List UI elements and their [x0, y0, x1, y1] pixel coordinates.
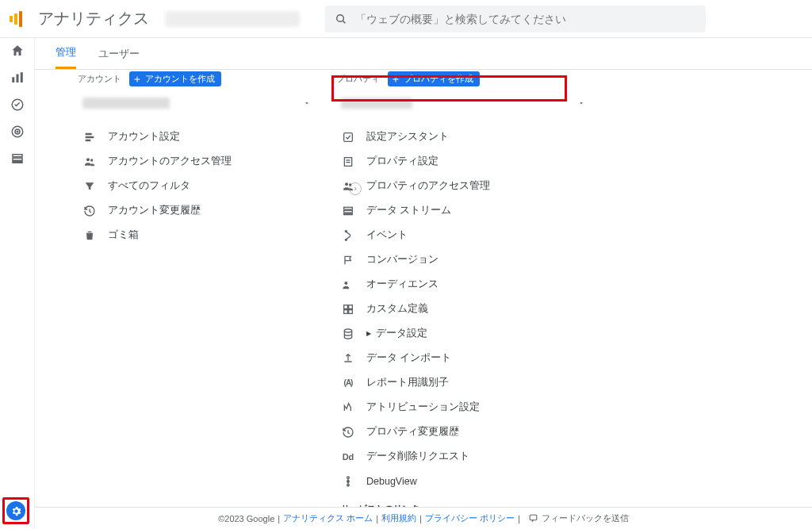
property-access[interactable]: プロパティのアクセス管理 [336, 174, 590, 198]
svg-point-33 [347, 480, 350, 482]
svg-point-23 [345, 230, 347, 232]
svg-point-25 [344, 282, 347, 285]
admin-tabs: 管理 ユーザー [35, 38, 812, 70]
feedback-icon [528, 513, 538, 523]
admin-content: アカウント アカウントを作成 アカウント設定 アカウントのアクセス管理 すべての… [35, 70, 812, 507]
svg-point-12 [86, 158, 90, 161]
audiences[interactable]: オーディエンス [336, 272, 590, 297]
analytics-logo [10, 11, 22, 27]
admin-gear-highlight [2, 497, 29, 524]
admin-gear-button[interactable] [6, 501, 25, 520]
svg-point-24 [345, 239, 347, 240]
create-property-button[interactable]: プロパティを作成 [388, 71, 480, 86]
audience-icon [341, 278, 355, 292]
footer-home-link[interactable]: アナリティクス ホーム [283, 512, 373, 524]
chevron-down-icon [303, 99, 311, 107]
conversions[interactable]: コンバージョン [336, 247, 590, 272]
svg-rect-27 [349, 305, 353, 309]
checkbox-icon [341, 130, 355, 144]
svg-rect-10 [13, 158, 22, 160]
account-selector[interactable] [78, 91, 316, 115]
svg-point-19 [349, 183, 351, 186]
svg-line-1 [343, 21, 345, 23]
account-column-label: アカウント [78, 73, 121, 85]
svg-point-0 [337, 14, 344, 21]
svg-rect-14 [344, 132, 353, 141]
history-icon [82, 204, 97, 218]
svg-rect-20 [344, 207, 353, 209]
svg-point-13 [90, 159, 93, 161]
account-breadcrumb[interactable] [165, 11, 300, 27]
database-icon [341, 327, 355, 341]
history-icon [341, 425, 355, 439]
svg-point-30 [344, 329, 351, 332]
svg-point-8 [17, 131, 18, 132]
home-icon[interactable] [10, 43, 25, 59]
property-column: プロパティ プロパティを作成 設定アシスタント プロパティ設定 プロパティのアク… [336, 70, 590, 507]
stream-icon [341, 204, 355, 218]
data-deletion[interactable]: Ddデータ削除リクエスト [336, 444, 590, 469]
advertising-icon[interactable] [10, 124, 25, 140]
search-input[interactable] [355, 13, 696, 25]
svg-rect-22 [344, 213, 353, 214]
attribution-settings[interactable]: アトリビューション設定 [336, 395, 590, 420]
trash-icon [82, 228, 97, 243]
import-icon [341, 351, 355, 366]
create-account-button[interactable]: アカウントを作成 [129, 71, 221, 86]
svg-rect-3 [16, 75, 18, 83]
svg-rect-28 [344, 309, 348, 313]
search-icon [335, 13, 347, 25]
tab-admin[interactable]: 管理 [56, 45, 76, 69]
filter-icon [82, 179, 97, 194]
account-settings[interactable]: アカウント設定 [78, 125, 316, 149]
search-box[interactable] [325, 6, 706, 33]
events[interactable]: イベント [336, 223, 590, 247]
property-selector[interactable] [336, 91, 590, 115]
data-streams[interactable]: データ ストリーム [336, 198, 590, 223]
footer-privacy-link[interactable]: プライバシー ポリシー [425, 512, 515, 524]
trash[interactable]: ゴミ箱 [78, 223, 316, 247]
reporting-identity[interactable]: (A)レポート用識別子 [336, 370, 590, 395]
data-settings[interactable]: ▶データ設定 [336, 321, 590, 346]
debugview[interactable]: DebugView [336, 469, 590, 493]
left-nav-rail [0, 38, 35, 529]
app-title: アナリティクス [38, 8, 149, 29]
footer-terms-link[interactable]: 利用規約 [381, 512, 416, 524]
svg-rect-36 [530, 515, 537, 520]
custom-icon [341, 302, 355, 316]
app-header: アナリティクス [0, 0, 812, 38]
svg-rect-29 [349, 309, 353, 313]
configure-icon[interactable] [10, 151, 25, 167]
svg-rect-26 [344, 305, 348, 309]
group-icon [341, 179, 355, 194]
data-import[interactable]: データ インポート [336, 346, 590, 370]
footer-feedback[interactable]: フィードバックを送信 [528, 512, 629, 524]
svg-rect-11 [13, 162, 22, 163]
all-filters[interactable]: すべてのフィルタ [78, 174, 316, 198]
explore-icon[interactable] [10, 97, 25, 113]
svg-point-31 [347, 477, 350, 479]
group-icon [82, 155, 97, 169]
chevron-down-icon [577, 99, 585, 107]
footer-copyright: ©2023 Google [218, 514, 274, 523]
svg-rect-9 [13, 155, 22, 157]
page-icon [341, 155, 355, 169]
footer: ©2023 Google | アナリティクス ホーム | 利用規約 | プライバ… [35, 507, 812, 529]
svg-point-18 [345, 182, 348, 186]
property-settings[interactable]: プロパティ設定 [336, 149, 590, 174]
custom-definitions[interactable]: カスタム定義 [336, 297, 590, 321]
account-history[interactable]: アカウント変更履歴 [78, 198, 316, 223]
tab-user[interactable]: ユーザー [98, 47, 140, 69]
svg-rect-21 [344, 210, 353, 213]
settings-page-icon [82, 130, 97, 144]
reports-icon[interactable] [10, 70, 25, 86]
flag-icon [341, 253, 355, 267]
account-access[interactable]: アカウントのアクセス管理 [78, 149, 316, 174]
setup-assistant[interactable]: 設定アシスタント [336, 125, 590, 149]
property-column-label: プロパティ [336, 73, 380, 85]
property-history[interactable]: プロパティ変更履歴 [336, 420, 590, 444]
event-icon [341, 228, 355, 243]
identity-icon: (A) [341, 376, 355, 390]
svg-rect-2 [12, 77, 14, 82]
attribution-icon [341, 401, 355, 415]
